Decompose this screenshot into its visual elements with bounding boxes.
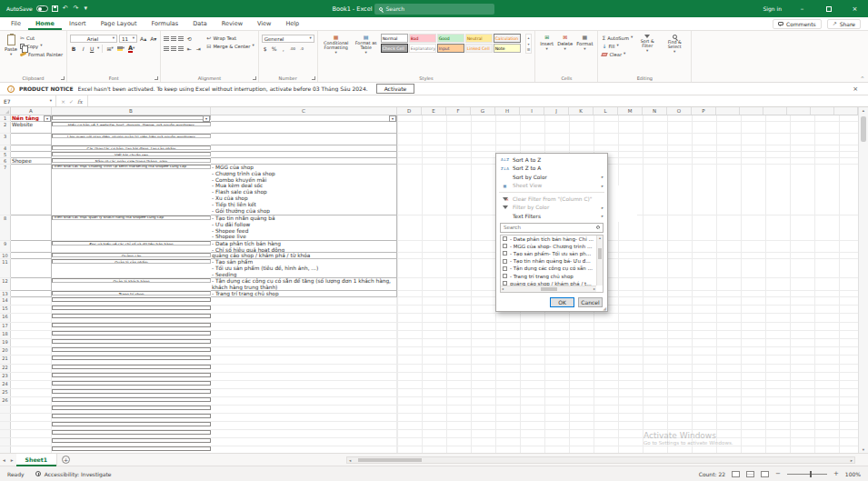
filter-value-0[interactable]: - Data phân tích bán hàng- Chỉ số hiệu q… (501, 235, 595, 243)
autosum-button[interactable]: ΣAutoSum▾ (601, 34, 634, 42)
cell-A5[interactable] (11, 152, 52, 158)
merge-center-button[interactable]: ⊟Merge & Center▾ (205, 42, 254, 50)
search-box[interactable]: Search (374, 4, 494, 15)
cell-A[interactable] (11, 414, 52, 421)
cell-B[interactable] (52, 406, 211, 410)
cell-A9[interactable] (11, 241, 52, 253)
cell-A[interactable] (11, 430, 52, 437)
cell-A14[interactable] (11, 297, 52, 305)
cell-A[interactable] (11, 406, 52, 413)
cell-B19[interactable] (52, 339, 211, 344)
row-header-22[interactable]: 22 (0, 365, 11, 372)
zoom-level[interactable]: 100% (845, 471, 861, 477)
zoom-out-icon[interactable]: − (775, 470, 781, 477)
cell-B23[interactable] (52, 373, 211, 377)
ok-button[interactable]: OK (550, 297, 574, 307)
column-header-F[interactable]: F (446, 107, 471, 115)
row-header-4[interactable]: 4 (0, 145, 11, 151)
cell-C14[interactable] (211, 297, 397, 305)
row-header-7[interactable]: 7 (0, 165, 11, 215)
cell-A25[interactable] (11, 389, 52, 396)
cell-style-bad[interactable]: Bad (409, 34, 436, 43)
borders-icon[interactable]: ⊞▾ (105, 45, 114, 53)
row-header-10[interactable]: 10 (0, 253, 11, 258)
cell-A[interactable] (11, 422, 52, 429)
cell-A[interactable] (11, 438, 52, 446)
comma-icon[interactable]: , (280, 45, 287, 53)
menu-sort-z-to-a[interactable]: Z↓ASort Z to A (496, 165, 607, 174)
copy-button[interactable]: Copy▾ (19, 42, 64, 50)
column-header-N[interactable]: N (643, 107, 667, 115)
cell-B8[interactable]: Triển khai các mục quản lý khách hàng mà… (52, 215, 211, 220)
cell-A24[interactable] (11, 381, 52, 388)
cell-C21[interactable] (211, 356, 397, 363)
autosave-toggle[interactable] (36, 5, 48, 12)
cell-B[interactable] (52, 422, 211, 426)
row-header-20[interactable]: 20 (0, 347, 11, 355)
cell-C[interactable] (211, 430, 397, 437)
decrease-decimal-icon[interactable]: .0 (298, 45, 305, 53)
page-break-view-icon[interactable] (761, 471, 769, 477)
tab-file[interactable]: File (4, 17, 28, 30)
cell-B[interactable] (52, 430, 211, 435)
filter-search-input[interactable] (504, 225, 594, 230)
cell-B9[interactable]: Đọc và hiểu về các chỉ số và dữ liệu bán… (52, 241, 211, 246)
row-header-17[interactable]: 17 (0, 323, 11, 330)
cell-C4[interactable] (211, 145, 397, 152)
close-button[interactable]: × (842, 0, 868, 17)
cell-A23[interactable] (11, 373, 52, 380)
row-header-24[interactable]: 24 (0, 381, 11, 388)
collapse-ribbon-icon[interactable]: ^ (861, 75, 864, 81)
share-button[interactable]: ↗Share (827, 19, 861, 29)
tab-insert[interactable]: Insert (62, 17, 94, 30)
cell-A26[interactable] (11, 397, 52, 405)
menu-sheet-view[interactable]: ▦Sheet View▸ (496, 182, 607, 191)
column-header-P[interactable]: P (692, 107, 716, 115)
cell-style-explanatory-[interactable]: Explanatory... (409, 44, 436, 53)
number-dialog-launcher[interactable] (312, 76, 315, 80)
cell-B10[interactable]: Quảng cáo (52, 253, 211, 257)
minimize-button[interactable]: – (789, 0, 815, 17)
cell-A22[interactable] (11, 365, 52, 372)
normal-view-icon[interactable] (732, 471, 740, 477)
cell-B26[interactable] (52, 397, 211, 402)
redo-icon[interactable]: ↷ (73, 5, 80, 12)
row-header-18[interactable]: 18 (0, 331, 11, 338)
cell-B[interactable] (52, 446, 211, 451)
comments-button[interactable]: Comments (773, 19, 822, 29)
column-header-J[interactable]: J (544, 107, 569, 115)
cell-C26[interactable] (211, 397, 397, 405)
font-family-select[interactable]: Arial▾ (70, 35, 117, 43)
cell-C23[interactable] (211, 373, 397, 380)
new-sheet-icon[interactable]: + (62, 456, 70, 464)
activate-button[interactable]: Activate (376, 84, 415, 94)
cell-B18[interactable] (52, 331, 211, 336)
cell-A21[interactable] (11, 356, 52, 363)
insert-function-icon[interactable]: fx (77, 98, 83, 105)
insert-cells-button[interactable]: ⊞ Insert▾ (538, 34, 555, 53)
row-header-21[interactable]: 21 (0, 356, 11, 363)
cell-C13[interactable]: - Trang trí trang chủ shop (211, 291, 397, 297)
cell-A16[interactable] (11, 314, 52, 321)
filter-button-column-C[interactable]: ▾ (389, 115, 396, 122)
number-format-select[interactable]: General▾ (262, 35, 314, 43)
row-header-15[interactable]: 15 (0, 306, 11, 313)
row-header-3[interactable]: 3 (0, 134, 11, 145)
row-header-25[interactable]: 25 (0, 389, 11, 396)
font-color-icon[interactable]: A▾ (127, 45, 135, 53)
bold-icon[interactable]: B (70, 45, 77, 53)
cell-A2[interactable]: Website (11, 122, 52, 134)
column-header-M[interactable]: M (618, 107, 643, 115)
cell-A19[interactable] (11, 339, 52, 346)
tab-page-layout[interactable]: Page Layout (94, 17, 145, 30)
horizontal-scroll-thumb[interactable] (358, 458, 422, 462)
decrease-font-icon[interactable]: A▾ (149, 35, 157, 43)
cell-B22[interactable] (52, 365, 211, 369)
column-header-G[interactable]: G (471, 107, 495, 115)
cell-style-calculation[interactable]: Calculation (494, 34, 521, 43)
menu-filter-by-color[interactable]: Filter by Color▸ (496, 204, 607, 213)
cell-A15[interactable] (11, 306, 52, 313)
resize-grip-icon[interactable]: ◢ (603, 306, 606, 311)
cell-C18[interactable] (211, 331, 397, 338)
cell-C22[interactable] (211, 365, 397, 372)
